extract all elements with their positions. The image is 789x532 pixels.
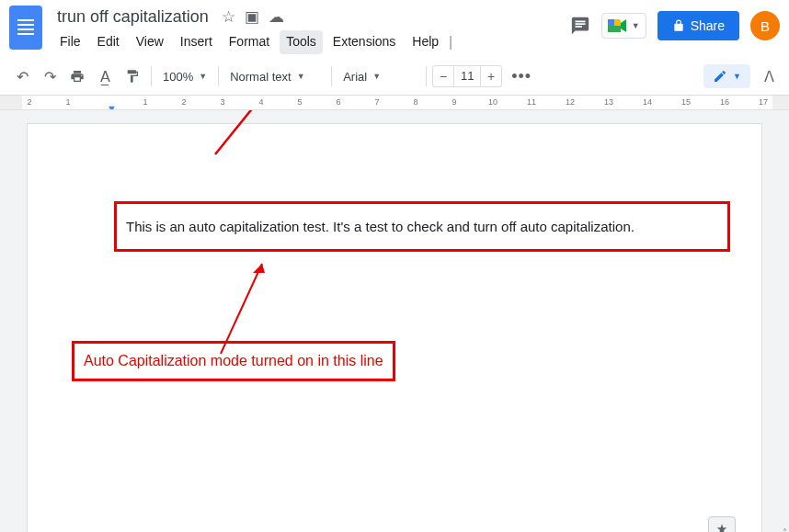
undo-button[interactable]: ↶ xyxy=(9,63,35,89)
toolbar-more[interactable]: ••• xyxy=(504,67,539,86)
menu-view[interactable]: View xyxy=(130,30,170,54)
share-label: Share xyxy=(691,18,725,33)
document-title[interactable]: trun off capitalization xyxy=(53,6,212,28)
print-button[interactable] xyxy=(64,63,90,89)
editing-mode-button[interactable]: ▼ xyxy=(703,64,750,88)
ruler-tick: 6 xyxy=(336,97,340,107)
document-text[interactable]: This is an auto capitalization test. It'… xyxy=(126,219,635,234)
indent-marker[interactable]: ▼ xyxy=(107,103,117,110)
svg-marker-5 xyxy=(253,264,265,273)
account-avatar[interactable]: B xyxy=(750,11,780,40)
ruler-tick: 2 xyxy=(27,97,31,107)
menu-edit[interactable]: Edit xyxy=(91,30,126,54)
ruler-tick: 3 xyxy=(220,97,224,107)
menu-help[interactable]: Help xyxy=(406,30,445,54)
pencil-icon xyxy=(713,69,727,84)
ruler-tick: 2 xyxy=(181,97,186,107)
ruler-tick: 5 xyxy=(297,97,302,107)
move-icon[interactable]: ▣ xyxy=(245,7,259,27)
ruler-tick: 4 xyxy=(258,97,263,107)
ruler[interactable]: ▼ 211234567891011121314151617 xyxy=(0,96,789,110)
menu-tools[interactable]: Tools xyxy=(280,30,323,54)
svg-rect-3 xyxy=(608,19,614,26)
menu-bar: File Edit View Insert Format Tools Exten… xyxy=(53,30,570,54)
scroll-arrows[interactable]: ˄˅ xyxy=(783,527,787,532)
document-canvas: This is an auto capitalization test. It'… xyxy=(0,110,789,532)
ruler-tick: 1 xyxy=(65,97,70,107)
paint-format-button[interactable] xyxy=(120,63,145,89)
docs-logo[interactable] xyxy=(9,6,42,50)
redo-button[interactable]: ↷ xyxy=(37,63,63,89)
ruler-tick: 12 xyxy=(566,97,575,107)
ruler-tick: 9 xyxy=(452,97,456,107)
ruler-tick: 10 xyxy=(488,97,497,107)
font-size-input[interactable]: 11 xyxy=(453,66,481,86)
comments-icon[interactable] xyxy=(570,16,590,36)
svg-rect-2 xyxy=(608,26,621,32)
menu-insert[interactable]: Insert xyxy=(174,30,219,54)
font-size-control: − 11 + xyxy=(432,65,502,87)
ruler-tick: 1 xyxy=(143,97,147,107)
ruler-tick: 14 xyxy=(643,97,652,107)
paragraph-style-dropdown[interactable]: Normal text▼ xyxy=(224,66,326,87)
ruler-tick: 13 xyxy=(604,97,613,107)
ruler-tick: 17 xyxy=(759,97,768,107)
cloud-icon[interactable]: ☁ xyxy=(269,7,284,27)
annotation-caption-box: Auto Capitalization mode turned on in th… xyxy=(72,341,395,381)
collapse-toolbar-button[interactable]: ᐱ xyxy=(758,65,780,87)
zoom-dropdown[interactable]: 100%▼ xyxy=(157,66,212,87)
menu-separator: | xyxy=(449,30,452,54)
ruler-tick: 7 xyxy=(374,97,379,107)
menu-file[interactable]: File xyxy=(53,30,87,54)
star-icon[interactable]: ☆ xyxy=(222,7,235,27)
page[interactable]: This is an auto capitalization test. It'… xyxy=(27,123,762,532)
ruler-tick: 11 xyxy=(527,97,536,107)
highlighted-text-box: This is an auto capitalization test. It'… xyxy=(114,201,730,252)
explore-button[interactable] xyxy=(708,516,736,532)
menu-extensions[interactable]: Extensions xyxy=(326,30,402,54)
ruler-tick: 8 xyxy=(413,97,417,107)
ruler-tick: 15 xyxy=(681,97,691,107)
font-size-decrease[interactable]: − xyxy=(433,69,453,84)
annotation-caption: Auto Capitalization mode turned on in th… xyxy=(84,353,383,368)
font-size-increase[interactable]: + xyxy=(481,69,501,84)
spellcheck-button[interactable]: A̲ xyxy=(92,63,118,89)
toolbar: ↶ ↷ A̲ 100%▼ Normal text▼ Arial▼ − 11 + … xyxy=(0,58,789,96)
share-button[interactable]: Share xyxy=(658,11,739,40)
ruler-tick: 16 xyxy=(720,97,729,107)
menu-format[interactable]: Format xyxy=(223,30,276,54)
font-dropdown[interactable]: Arial▼ xyxy=(337,66,420,87)
lock-icon xyxy=(672,19,685,32)
meet-button[interactable]: ▼ xyxy=(601,13,646,39)
